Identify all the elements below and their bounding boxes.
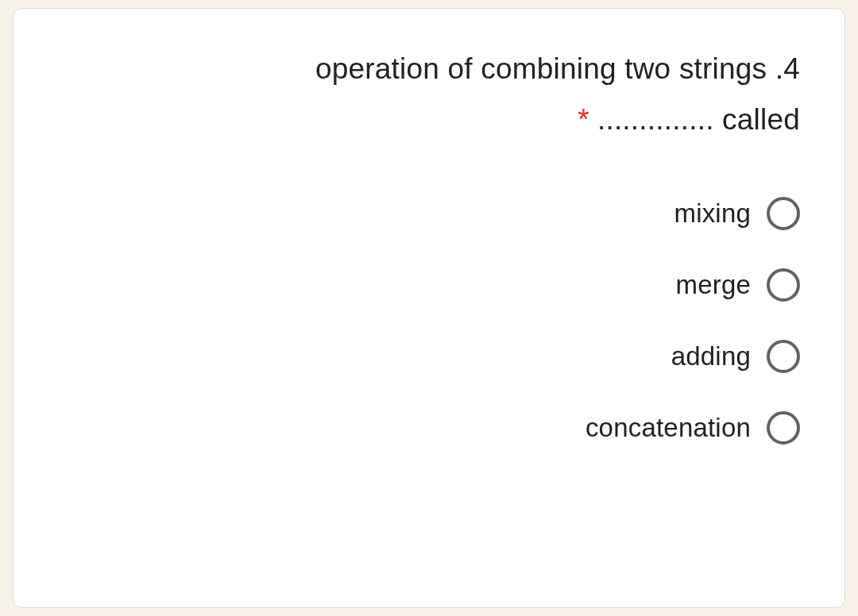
question-dots: ..............: [597, 103, 714, 136]
question-text-block: operation of combining two strings .4 *.…: [58, 47, 800, 141]
question-line-1: operation of combining two strings .4: [58, 47, 800, 91]
question-called: called: [714, 103, 800, 136]
radio-icon[interactable]: [767, 340, 800, 373]
option-mixing[interactable]: mixing: [58, 197, 800, 230]
option-merge[interactable]: merge: [58, 268, 800, 302]
option-label: adding: [671, 341, 751, 372]
radio-icon[interactable]: [767, 268, 800, 302]
question-line-2: *.............. called: [58, 98, 800, 142]
option-adding[interactable]: adding: [58, 340, 800, 373]
radio-icon[interactable]: [767, 197, 800, 230]
option-label: mixing: [674, 198, 751, 229]
option-label: concatenation: [586, 413, 751, 443]
radio-icon[interactable]: [767, 411, 800, 445]
option-label: merge: [675, 270, 751, 300]
option-concatenation[interactable]: concatenation: [58, 411, 800, 445]
required-indicator: *: [578, 103, 589, 136]
question-card: operation of combining two strings .4 *.…: [13, 8, 845, 608]
options-list: mixing merge adding concatenation: [58, 197, 800, 445]
